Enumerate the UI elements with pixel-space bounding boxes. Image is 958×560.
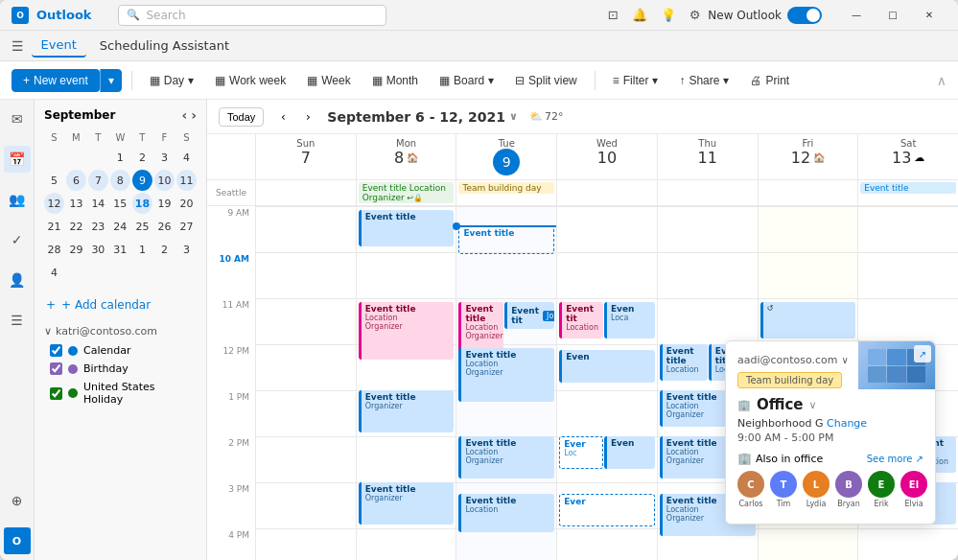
sidebar-people[interactable]: 👥 — [4, 186, 31, 213]
cal-day[interactable]: 4 — [176, 147, 197, 168]
cal-day[interactable] — [88, 262, 108, 283]
cal-day[interactable]: 23 — [88, 216, 108, 237]
allday-event-tue[interactable]: Team building day — [458, 182, 554, 194]
work-week-button[interactable]: ▦ Work week — [207, 70, 293, 91]
cal-day[interactable] — [66, 262, 86, 283]
cal-day[interactable] — [154, 262, 175, 283]
filter-button[interactable]: ≡ Filter ▾ — [605, 70, 666, 91]
week-button[interactable]: ▦ Week — [299, 70, 358, 91]
event-block[interactable]: Event title Location — [458, 494, 554, 532]
avatar-image-carlos[interactable]: C — [737, 471, 764, 498]
sidebar-office[interactable]: O — [4, 527, 31, 554]
event-block[interactable]: Event title LocationOrganizer — [458, 436, 554, 478]
cal-day[interactable]: 8 — [110, 170, 130, 191]
cal-day[interactable]: 7 — [88, 170, 108, 191]
calendar-checkbox-birthday[interactable] — [50, 362, 62, 375]
cal-day[interactable]: 18 — [132, 193, 152, 214]
account-chevron[interactable]: ∨ — [842, 355, 849, 365]
collapse-button[interactable]: ∧ — [937, 73, 946, 88]
cal-day[interactable] — [88, 147, 108, 168]
sidebar-more[interactable]: ☰ — [4, 307, 31, 334]
board-button[interactable]: ▦ Board ▾ — [432, 70, 502, 91]
event-block[interactable]: Even Loca — [604, 302, 655, 338]
split-view-button[interactable]: ⊟ Split view — [507, 70, 585, 91]
cal-day[interactable]: 27 — [176, 216, 197, 237]
avatar-image-lydia[interactable]: L — [803, 471, 829, 498]
new-outlook-switch[interactable] — [787, 7, 822, 24]
cal-day[interactable]: 22 — [66, 216, 86, 237]
clipboard-icon[interactable]: ⊡ — [608, 8, 619, 22]
bulb-icon[interactable]: 💡 — [661, 8, 676, 22]
cal-day[interactable]: 25 — [132, 216, 152, 237]
see-more-link[interactable]: See more ↗ — [867, 454, 923, 464]
print-button[interactable]: 🖨 Print — [742, 70, 797, 91]
cal-day[interactable]: 14 — [88, 193, 108, 214]
popup-external-link[interactable]: ↗ — [914, 345, 931, 362]
cal-day[interactable]: 3 — [176, 239, 197, 260]
event-block[interactable]: Ever — [559, 494, 655, 526]
title-chevron[interactable]: ∨ — [509, 110, 518, 123]
minimize-button[interactable]: — — [839, 4, 874, 27]
cal-day[interactable] — [44, 147, 64, 168]
cal-day[interactable]: 29 — [66, 239, 86, 260]
event-block[interactable]: Event title Location — [660, 344, 708, 381]
avatar-image-erik[interactable]: E — [868, 471, 895, 498]
month-button[interactable]: ▦ Month — [364, 70, 426, 91]
avatar-image-bryan[interactable]: B — [835, 471, 862, 498]
cal-day[interactable] — [176, 262, 197, 283]
maximize-button[interactable]: □ — [876, 4, 910, 27]
sidebar-profile[interactable]: 👤 — [4, 267, 31, 293]
event-block-outline[interactable]: Event title — [458, 225, 554, 254]
cal-day[interactable]: 6 — [66, 170, 86, 191]
cal-day[interactable] — [110, 262, 130, 283]
share-button[interactable]: ↑ Share ▾ — [671, 70, 736, 91]
event-block-join[interactable]: Event tit Join — [504, 302, 554, 329]
event-block[interactable]: Event title Organizer — [359, 390, 455, 432]
cal-day[interactable]: 28 — [44, 239, 64, 260]
cal-day[interactable]: 24 — [110, 216, 130, 237]
calendar-item-holiday[interactable]: United States Holiday — [42, 378, 199, 408]
mini-cal-next[interactable]: › — [191, 107, 197, 123]
cal-day[interactable]: 15 — [110, 193, 130, 214]
avatar-image-tim[interactable]: T — [770, 471, 797, 498]
menu-tab-scheduling[interactable]: Scheduling Assistant — [90, 35, 239, 57]
event-block[interactable]: Event title LocationOrganizer — [458, 348, 554, 402]
calendar-item-birthday[interactable]: Birthday — [42, 360, 199, 378]
allday-event-mon[interactable]: Event title Location Organizer ↩🔒 — [359, 182, 455, 203]
search-bar[interactable]: 🔍 Search — [118, 5, 386, 26]
cal-day[interactable]: 31 — [110, 239, 130, 260]
cal-day[interactable]: 4 — [44, 262, 64, 283]
today-button[interactable]: Today — [219, 107, 264, 127]
cal-day[interactable]: 2 — [154, 239, 175, 260]
cal-day[interactable]: 10 — [154, 170, 175, 191]
event-block[interactable]: ↺ — [760, 302, 856, 338]
close-button[interactable]: ✕ — [912, 4, 946, 27]
sidebar-tasks[interactable]: ✓ — [4, 226, 31, 253]
event-block[interactable]: Event tit Location — [559, 302, 603, 338]
add-calendar[interactable]: + + Add calendar — [35, 292, 206, 317]
event-block[interactable]: Event title Organizer — [359, 482, 455, 525]
office-chevron[interactable]: ∨ — [809, 399, 817, 411]
cal-day[interactable]: 3 — [154, 147, 175, 168]
next-arrow[interactable]: › — [296, 105, 319, 128]
day-view-button[interactable]: ▦ Day ▾ — [142, 70, 201, 91]
calendar-item-main[interactable]: Calendar — [42, 341, 199, 360]
bell-icon[interactable]: 🔔 — [632, 8, 647, 22]
popup-change-link[interactable]: Change — [827, 417, 867, 430]
cal-day[interactable]: 20 — [176, 193, 197, 214]
event-block[interactable]: Even — [604, 436, 655, 469]
cal-day[interactable]: 13 — [66, 193, 86, 214]
prev-arrow[interactable]: ‹ — [271, 105, 294, 128]
menu-tab-event[interactable]: Event — [32, 34, 86, 58]
cal-day[interactable]: 11 — [176, 170, 197, 191]
event-block[interactable]: Even — [559, 350, 655, 383]
cal-day[interactable]: 30 — [88, 239, 108, 260]
cal-day[interactable]: 5 — [44, 170, 64, 191]
cal-day[interactable]: 19 — [154, 193, 175, 214]
cal-day[interactable]: 21 — [44, 216, 64, 237]
avatar-image-elvia[interactable]: El — [900, 471, 927, 498]
sidebar-mail[interactable]: ✉ — [4, 105, 31, 132]
mini-cal-prev[interactable]: ‹ — [181, 107, 187, 123]
cal-day[interactable]: 1 — [110, 147, 130, 168]
event-block[interactable]: Event title LocationOrganizer — [359, 302, 455, 360]
